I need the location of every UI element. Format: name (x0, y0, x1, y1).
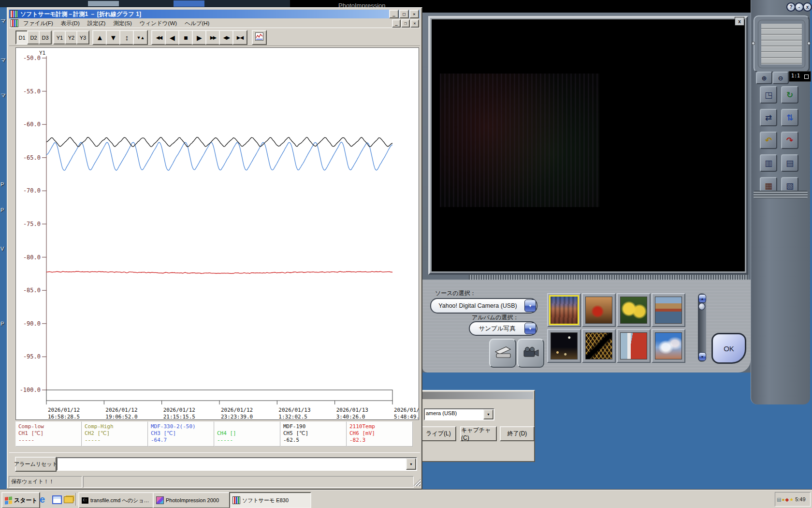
toolbar-scroll-down-button[interactable]: ▼ (106, 30, 121, 45)
mdi-restore-button[interactable]: ❐ (401, 19, 410, 28)
close-button[interactable]: x (803, 2, 812, 12)
scroll-up-icon[interactable]: ▲ (698, 294, 706, 303)
tray-alert-icon[interactable]: ◆ (785, 497, 789, 502)
alarm-combobox[interactable]: ▼ (57, 457, 417, 471)
alarm-dropdown-icon[interactable]: ▼ (406, 458, 416, 470)
tool-grid: ◳↻⇄⇅↶↷▥▤▦▧ (760, 86, 803, 194)
toolbar-collapse-button[interactable]: ▶◀ (232, 30, 247, 45)
mdi-minimize-button[interactable]: _ (392, 19, 401, 28)
menu-settings[interactable]: 設定(Z) (87, 20, 106, 27)
thumbnail-harbor[interactable] (652, 293, 685, 327)
minimize-button[interactable]: - (795, 2, 804, 12)
task-label: ソフトサーモ E830 (242, 497, 289, 504)
zoom-out-button[interactable]: ⊖ (772, 72, 789, 84)
toolbar-d3-button[interactable]: D3 (39, 30, 52, 45)
source-dropdown-icon[interactable]: ▼ (524, 299, 536, 312)
desktop-icon-label-fragment[interactable]: マ (0, 92, 6, 99)
thumbnail-lighthouse[interactable] (617, 329, 651, 363)
preview-close-icon[interactable]: x (735, 17, 744, 26)
window-quicklaunch-icon[interactable] (52, 495, 62, 504)
desktop-icon-label-fragment[interactable]: マ (0, 57, 6, 64)
capture-button[interactable]: キャプチャ(C) (460, 426, 497, 441)
toolbar-graph-button[interactable] (252, 30, 267, 45)
start-button[interactable]: スタート (1, 492, 40, 508)
toolbar-forward-button[interactable]: ▶ (192, 30, 207, 45)
tray-device-icon[interactable]: ▤ (777, 497, 781, 502)
screw-icon (807, 42, 811, 45)
thumbnail-rock-spires[interactable] (547, 293, 581, 327)
thumbnail-night-city[interactable] (547, 329, 581, 363)
fit-to-window-button[interactable]: ◳ (760, 86, 777, 104)
thumbnail-light-weave[interactable] (582, 329, 616, 363)
source-select-combobox[interactable]: Yahoo! Digital Camera (USB) ▼ (430, 298, 537, 314)
album-select-combobox[interactable]: サンプル写真 ▼ (469, 321, 537, 336)
print-button[interactable]: ▦ (760, 177, 777, 194)
redo-button[interactable]: ↷ (781, 132, 798, 149)
alarm-reset-button[interactable]: アラームリセット (15, 457, 57, 472)
thermo-app-icon (232, 496, 240, 504)
menu-view[interactable]: 表示(D) (61, 20, 80, 27)
thumbnail-cardinal[interactable] (582, 293, 616, 327)
toolbar-scroll-up-button[interactable]: ▲ (92, 30, 107, 45)
ok-button[interactable]: OK (711, 333, 746, 364)
desktop-icon-label-fragment[interactable]: P (0, 207, 4, 213)
zoom-in-button[interactable]: ⊕ (756, 72, 772, 84)
scanner-source-button[interactable] (489, 339, 516, 368)
thumbnail-scrollbar[interactable]: ▲ ▼ (698, 293, 706, 362)
tray-update-icon[interactable]: ★ (789, 497, 794, 502)
menu-file[interactable]: ファイル(F) (23, 20, 53, 27)
toolbar-hourglass-button[interactable]: ▼▲ (133, 30, 148, 45)
undo-button[interactable]: ↶ (760, 132, 777, 149)
toolbar-rewind-button[interactable]: ◀◀ (151, 30, 166, 45)
folder-quicklaunch-icon[interactable] (64, 496, 73, 503)
camcorder-source-button[interactable] (517, 339, 544, 368)
tray-volume-icon[interactable]: ● (782, 497, 784, 502)
background-window-fragment (88, 1, 119, 6)
flip-horizontal-button[interactable]: ⇄ (760, 109, 777, 126)
menu-window[interactable]: ウィンドウ(W) (140, 20, 177, 27)
capture-source-dropdown-icon[interactable]: ▼ (483, 409, 493, 419)
ie-quicklaunch-icon[interactable]: e (40, 494, 49, 505)
album-dropdown-icon[interactable]: ▼ (524, 323, 536, 334)
toolbar-y3-button[interactable]: Y3 (76, 30, 89, 45)
mdi-close-button[interactable]: ✕ (410, 19, 419, 28)
capture-dialog-titlebar[interactable] (420, 392, 533, 399)
capture-source-combobox[interactable]: amera (USB) ▼ (424, 408, 494, 420)
menu-measure[interactable]: 測定(S) (113, 20, 131, 27)
desktop-icon-label-fragment[interactable]: P (0, 321, 4, 327)
task-softthermo[interactable]: ソフトサーモ E830 (229, 492, 311, 508)
desktop-icon-label-fragment[interactable]: マ (0, 17, 6, 25)
toolbar-d2-button[interactable]: D2 (27, 30, 40, 45)
properties-button[interactable]: ▧ (781, 177, 798, 194)
close-button[interactable]: ✕ (409, 10, 419, 18)
desktop-icon-label-fragment[interactable]: P (0, 181, 4, 187)
tray-clock[interactable]: 5:49 (795, 496, 805, 502)
maximize-button[interactable]: □ (399, 10, 409, 18)
flip-vertical-button[interactable]: ⇅ (781, 109, 798, 126)
menu-help[interactable]: ヘルプ(H) (185, 20, 209, 27)
toolbar-d1-button[interactable]: D1 (15, 30, 29, 45)
live-button[interactable]: ライブ(L) (420, 426, 456, 441)
exit-button[interactable]: 終了(D) (500, 426, 535, 441)
resize-grip[interactable] (413, 479, 420, 486)
toolbar-y1-button[interactable]: Y1 (53, 30, 66, 45)
help-button[interactable]: ? (786, 2, 796, 12)
thumbnail-yellow-flowers[interactable] (617, 293, 651, 327)
toolbar-expand-button[interactable]: ◀▶ (219, 30, 234, 45)
minimize-button[interactable]: _ (389, 10, 399, 18)
thermo-titlebar[interactable]: ソフトサーモ計測－計測1 － [折れ線グラフ 1] _ □ ✕ (9, 10, 420, 18)
toolbar-stop-button[interactable]: ■ (178, 30, 193, 45)
toolbar-y2-button[interactable]: Y2 (65, 30, 78, 45)
toolbar-scroll-both-button[interactable]: ↕ (119, 30, 134, 45)
desktop-icon-label-fragment[interactable]: V (0, 246, 4, 252)
toolbar-back-button[interactable]: ◀ (165, 30, 180, 45)
scroll-down-icon[interactable]: ▼ (698, 352, 706, 361)
paste-button[interactable]: ▤ (781, 154, 798, 172)
task-transfile[interactable]: C: transfile.cmd へのショート... (78, 492, 157, 508)
rotate-button[interactable]: ↻ (781, 86, 798, 104)
copy-button[interactable]: ▥ (760, 154, 777, 172)
task-photoimpression[interactable]: PhotoImpression 2000 (153, 492, 233, 508)
toolbar-fast-forward-button[interactable]: ▶▶ (205, 30, 220, 45)
thumbnail-sky[interactable] (652, 329, 685, 363)
scrollbar-thumb[interactable] (698, 303, 705, 310)
